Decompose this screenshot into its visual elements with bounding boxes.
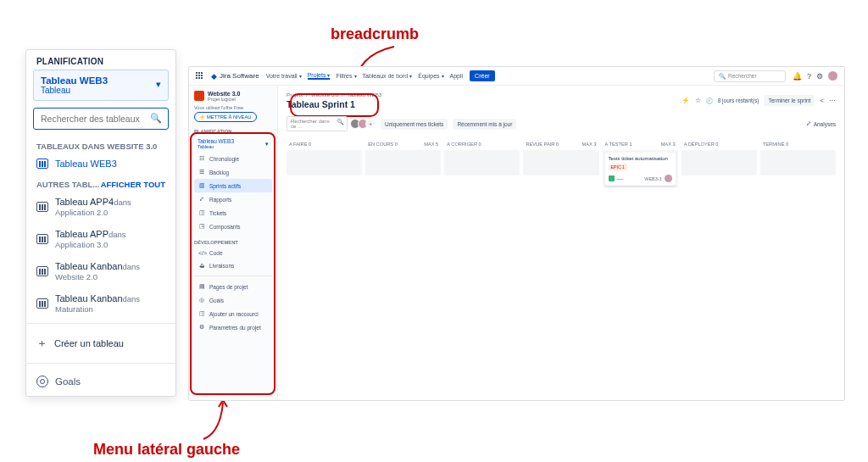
breadcrumb-board[interactable]: Tableau WEB3	[347, 92, 381, 97]
board-item[interactable]: Tableau Kanbandans Website 2.0	[26, 255, 175, 287]
issue-card[interactable]: Tests ticket automatisation EPIC 1 — WEB…	[605, 153, 676, 186]
sidebar-item-pages[interactable]: ▤Pages de projet	[194, 280, 272, 293]
board-item-label: Tableau APP4	[55, 197, 114, 207]
avatar[interactable]	[828, 71, 837, 81]
divider	[26, 363, 175, 364]
board-item-label: Tableau APP	[55, 229, 108, 239]
project-header[interactable]: Website 3.0 Projet logiciel	[194, 91, 272, 102]
show-all-link[interactable]: AFFICHER TOUT	[101, 180, 165, 189]
insights-button[interactable]: ⤢Analyses	[806, 120, 836, 127]
help-icon[interactable]: ?	[807, 72, 811, 81]
board-icon	[36, 266, 48, 276]
nav-apps[interactable]: Appli	[450, 72, 464, 80]
chevron-down-icon	[442, 73, 444, 79]
filter-only-mine[interactable]: Uniquement mes tickets	[381, 119, 448, 130]
assignee-avatar[interactable]	[665, 175, 672, 182]
sidebar-item-issues[interactable]: ◫Tickets	[194, 206, 272, 220]
card-title: Tests ticket automatisation	[609, 156, 672, 161]
gear-icon: ⚙	[198, 324, 205, 331]
nav-filters[interactable]: Filtres	[336, 72, 356, 80]
reports-icon: ⤢	[198, 196, 205, 203]
board-columns: A FAIRE 0 EN COURS 0Max 5 A CORRIGER 0 R…	[287, 138, 836, 188]
days-remaining: 8 jours restant(s)	[718, 97, 760, 103]
board-search-input[interactable]	[33, 108, 169, 130]
share-icon[interactable]: <	[820, 97, 824, 104]
create-button[interactable]: Créer	[470, 70, 495, 81]
group-title-current: TABLEAUX DANS WEBSITE 3.0	[26, 136, 175, 153]
assignee-filter[interactable]: +	[353, 119, 376, 129]
sidebar-item-add-shortcut[interactable]: ◫Ajouter un raccourci	[194, 307, 272, 320]
issues-icon: ◫	[198, 209, 205, 216]
board-item-current[interactable]: Tableau WEB3	[26, 153, 175, 175]
sidebar-item-active-sprints[interactable]: ▥Sprints actifs	[194, 179, 272, 192]
board-item[interactable]: Tableau Kanbandans Maturation	[26, 287, 175, 320]
breadcrumb-project[interactable]: Website 3.0	[311, 92, 339, 97]
sidebar-item-code[interactable]: </>Code	[194, 247, 272, 259]
breadcrumb-projects[interactable]: Projets	[287, 92, 303, 97]
create-board-button[interactable]: ＋ Créer un tableau	[26, 327, 175, 359]
jira-mark-icon: ◆	[211, 72, 217, 81]
nav-your-work[interactable]: Votre travail	[266, 72, 302, 80]
search-icon: 🔍	[150, 113, 162, 124]
sidebar-board-selector[interactable]: Tableau WEB3Tableau	[194, 136, 272, 152]
notifications-icon[interactable]: 🔔	[793, 72, 802, 81]
board-item[interactable]: Tableau APPdans Application 3.0	[26, 223, 175, 255]
annotation-arrow-bot	[199, 398, 233, 441]
filter-recently-updated[interactable]: Récemment mis à jour	[453, 119, 516, 130]
lightning-icon[interactable]: ⚡	[682, 97, 690, 104]
project-logo-icon	[194, 91, 204, 101]
board-item[interactable]: Tableau APP4dans Application 2.0	[26, 191, 175, 223]
global-search[interactable]: 🔍Rechercher	[714, 70, 786, 82]
board-icon	[36, 202, 48, 212]
backlog-icon: ☰	[198, 169, 205, 175]
sidebar-item-project-settings[interactable]: ⚙Paramètres du projet	[194, 320, 272, 334]
priority-icon: —	[617, 176, 624, 181]
free-plan-note: Vous utilisez l'offre Free	[194, 105, 272, 110]
issue-search[interactable]: Rechercher dans ce ...🔍	[287, 116, 348, 131]
complete-sprint-button[interactable]: Terminer le sprint	[764, 95, 815, 106]
board-column: REVUE PAIR 0Max 3	[523, 138, 598, 188]
goals-item[interactable]: Goals	[26, 367, 175, 396]
jira-logo[interactable]: ◆Jira Software	[211, 72, 259, 81]
board-selector-sub: Tableau	[41, 86, 161, 95]
sidebar-item-backlog[interactable]: ☰Backlog	[194, 165, 272, 179]
board-column: A TESTER 1Max 3 Tests ticket automatisat…	[603, 138, 678, 188]
epic-badge[interactable]: EPIC 1	[609, 164, 627, 170]
jira-window: ◆Jira Software Votre travail Projets Fil…	[188, 66, 845, 401]
upgrade-button[interactable]: ⚡METTRE À NIVEAU	[194, 112, 257, 122]
top-nav: ◆Jira Software Votre travail Projets Fil…	[189, 67, 844, 86]
code-icon: </>	[198, 250, 205, 256]
clock-icon: 🕘	[706, 97, 713, 104]
nav-dashboards[interactable]: Tableaux de bord	[363, 72, 413, 80]
chevron-down-icon	[299, 73, 302, 79]
annotation-breadcrumb-label: breadcrumb	[331, 25, 419, 43]
sidebar-board-title: Tableau WEB3	[198, 138, 234, 144]
app-switcher-icon[interactable]	[196, 72, 204, 81]
sidebar-item-releases[interactable]: ⛴Livraisons	[194, 259, 272, 272]
brand-label: Jira Software	[220, 72, 259, 80]
create-board-label: Créer un tableau	[54, 338, 124, 348]
more-icon[interactable]: ⋯	[829, 97, 836, 104]
page-icon: ▤	[198, 283, 205, 290]
sidebar-item-goals[interactable]: ◎Goals	[194, 293, 272, 307]
issue-key[interactable]: WEB3-1	[644, 176, 661, 181]
target-icon: ◎	[198, 297, 205, 303]
chevron-down-icon	[327, 72, 330, 78]
sidebar-item-timeline[interactable]: ☷Chronologie	[194, 152, 272, 165]
sidebar-section-dev: DÉVELOPPEMENT	[194, 240, 272, 245]
star-icon[interactable]: ☆	[695, 97, 701, 104]
board-column: A CORRIGER 0	[444, 138, 520, 188]
board-icon	[36, 234, 48, 244]
sidebar-item-reports[interactable]: ⤢Rapports	[194, 192, 272, 206]
board-icon	[36, 298, 48, 309]
board-column: TERMINÉ 0	[760, 138, 836, 188]
board-selector[interactable]: Tableau WEB3 Tableau	[33, 70, 169, 101]
nav-teams[interactable]: Équipes	[418, 72, 443, 80]
sidebar-item-components[interactable]: ◳Composants	[194, 220, 272, 233]
add-people-icon[interactable]: +	[365, 119, 376, 129]
settings-icon[interactable]: ⚙	[816, 72, 823, 81]
issue-type-icon	[609, 175, 615, 181]
sidebar-board-sub: Tableau	[198, 144, 234, 149]
nav-projects[interactable]: Projets	[308, 72, 331, 80]
board-item-label: Tableau Kanban	[55, 293, 123, 303]
